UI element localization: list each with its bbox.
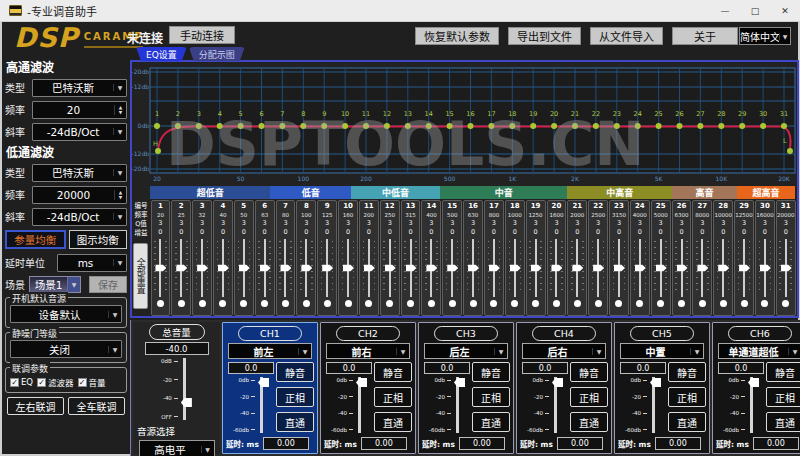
channel-strip-CH2[interactable]: CH2前右▼0.00db-20-40-60db静音正相直通延时: ms0.00 (320, 322, 416, 454)
delay-value-field[interactable]: 0.00 (459, 437, 505, 450)
band-gain-slider[interactable] (318, 237, 336, 299)
eq-point-2[interactable] (175, 123, 181, 129)
eq-point-13[interactable] (405, 123, 411, 129)
band-gain-slider[interactable] (527, 237, 545, 299)
band-bypass-button[interactable] (199, 300, 206, 307)
channel-gain-value[interactable]: 0.0 (718, 362, 764, 374)
lpf-freq-input[interactable]: 20000 ▲▼ (32, 186, 127, 204)
link-check-音量[interactable]: ✓音量 (78, 376, 106, 388)
squelch-select[interactable]: 关闭 ▼ (10, 340, 122, 358)
close-button[interactable]: ✕ (770, 0, 800, 22)
maximize-button[interactable]: □ (740, 0, 770, 22)
import-file-button[interactable]: 从文件导入 (590, 27, 663, 45)
band-bypass-button[interactable] (407, 300, 414, 307)
eq-point-7[interactable] (279, 123, 285, 129)
eq-band-21[interactable]: 21200030 (567, 200, 587, 316)
eq-band-11[interactable]: 1120030 (359, 200, 379, 316)
lpf-type-select[interactable]: 巴特沃斯 ▼ (32, 164, 127, 182)
about-button[interactable]: 关于 (672, 27, 738, 45)
link-left-right-button[interactable]: 左右联调 (7, 397, 64, 415)
eq-point-27[interactable] (697, 123, 703, 129)
bypass-button-CH2[interactable]: 直通 (374, 412, 412, 432)
band-bypass-button[interactable] (365, 300, 372, 307)
band-bypass-button[interactable] (219, 300, 226, 307)
band-gain-slider[interactable] (610, 237, 628, 299)
band-bypass-button[interactable] (511, 300, 518, 307)
master-volume-value[interactable]: -40.0 (145, 342, 209, 355)
channel-volume-slider[interactable]: 0db-20-40-60db (422, 377, 472, 437)
band-bypass-button[interactable] (157, 300, 164, 307)
master-volume-slider[interactable]: 0dB-20-40OFF (133, 358, 220, 420)
band-gain-slider[interactable] (589, 237, 607, 299)
mute-button-CH1[interactable]: 静音 (276, 362, 314, 382)
channel-volume-slider[interactable]: 0db-20-40-60db (618, 377, 668, 437)
phase-button-CH4[interactable]: 正相 (570, 387, 608, 407)
band-bypass-button[interactable] (657, 300, 664, 307)
eq-point-1[interactable] (154, 123, 160, 129)
band-bypass-button[interactable] (741, 300, 748, 307)
channel-strip-CH4[interactable]: CH4后右▼0.00db-20-40-60db静音正相直通延时: ms0.00 (516, 322, 612, 454)
channel-strip-CH5[interactable]: CH5中置▼0.00db-20-40-60db静音正相直通延时: ms0.00 (614, 322, 710, 454)
band-gain-slider[interactable] (735, 237, 753, 299)
band-bypass-button[interactable] (345, 300, 352, 307)
eq-band-31[interactable]: 312000030 (776, 200, 796, 316)
band-gain-slider[interactable] (172, 237, 190, 299)
band-bypass-button[interactable] (761, 300, 768, 307)
channel-name-select-CH1[interactable]: 前左▼ (228, 343, 312, 359)
channel-volume-slider[interactable]: 0db-20-40-60db (520, 377, 570, 437)
restore-defaults-button[interactable]: 恢复默认参数 (415, 27, 499, 45)
phase-button-CH5[interactable]: 正相 (668, 387, 706, 407)
eq-point-22[interactable] (593, 123, 599, 129)
band-gain-slider[interactable] (548, 237, 566, 299)
eq-band-16[interactable]: 1663030 (463, 200, 483, 316)
band-bypass-button[interactable] (720, 300, 727, 307)
eq-band-5[interactable]: 55030 (234, 200, 254, 316)
tab-routing-diagram[interactable]: 分配示图 (189, 47, 245, 61)
band-bypass-button[interactable] (303, 300, 310, 307)
eq-band-7[interactable]: 78030 (276, 200, 296, 316)
lpf-slope-select[interactable]: -24dB/Oct ▼ (32, 208, 127, 226)
band-bypass-button[interactable] (386, 300, 393, 307)
manual-connect-button[interactable]: 手动连接 (169, 26, 235, 44)
band-gain-slider[interactable] (152, 237, 170, 299)
eq-point-8[interactable] (300, 123, 306, 129)
channel-name-select-CH3[interactable]: 后左▼ (424, 343, 508, 359)
band-gain-slider[interactable] (256, 237, 274, 299)
band-bypass-button[interactable] (490, 300, 497, 307)
eq-band-8[interactable]: 810030 (296, 200, 316, 316)
eq-point-5[interactable] (238, 123, 244, 129)
eq-band-13[interactable]: 1331530 (401, 200, 421, 316)
band-gain-slider[interactable] (464, 237, 482, 299)
band-gain-slider[interactable] (297, 237, 315, 299)
tab-eq-settings[interactable]: EQ设置 (136, 47, 187, 61)
band-gain-slider[interactable] (756, 237, 774, 299)
eq-point-14[interactable] (426, 123, 432, 129)
eq-point-9[interactable] (321, 123, 327, 129)
hpf-handle[interactable] (155, 148, 161, 154)
eq-point-30[interactable] (760, 123, 766, 129)
phase-button-CH1[interactable]: 正相 (276, 387, 314, 407)
eq-band-23[interactable]: 23315030 (609, 200, 629, 316)
eq-band-28[interactable]: 281000030 (713, 200, 733, 316)
lpf-handle[interactable] (787, 148, 793, 154)
band-gain-slider[interactable] (339, 237, 357, 299)
channel-strip-CH3[interactable]: CH3后左▼0.00db-20-40-60db静音正相直通延时: ms0.00 (418, 322, 514, 454)
eq-point-19[interactable] (530, 123, 536, 129)
graphic-eq-button[interactable]: 图示均衡 (69, 230, 128, 249)
eq-band-17[interactable]: 1780030 (484, 200, 504, 316)
channel-gain-value[interactable]: 0.0 (326, 362, 372, 374)
scene-select[interactable]: 场景1 ▼ (29, 276, 81, 293)
eq-band-30[interactable]: 301600030 (755, 200, 775, 316)
eq-band-18[interactable]: 18100030 (505, 200, 525, 316)
mute-button-CH5[interactable]: 静音 (668, 362, 706, 382)
spinner-arrows-icon[interactable]: ▲▼ (114, 190, 126, 200)
eq-point-31[interactable] (781, 123, 787, 129)
eq-band-2[interactable]: 22530 (171, 200, 191, 316)
checkbox-checked-icon[interactable]: ✓ (37, 378, 46, 387)
spinner-arrows-icon[interactable]: ▲▼ (114, 105, 126, 115)
channel-gain-value[interactable]: 0.0 (620, 362, 666, 374)
bypass-button-CH1[interactable]: 直通 (276, 412, 314, 432)
eq-point-23[interactable] (614, 123, 620, 129)
eq-band-4[interactable]: 44030 (213, 200, 233, 316)
band-bypass-button[interactable] (574, 300, 581, 307)
